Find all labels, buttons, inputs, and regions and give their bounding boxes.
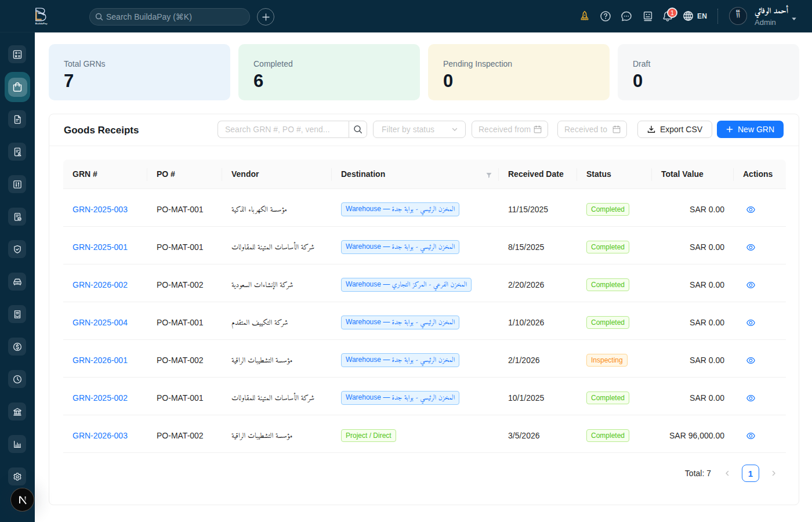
svg-text:BuildaPay: BuildaPay	[35, 22, 48, 25]
